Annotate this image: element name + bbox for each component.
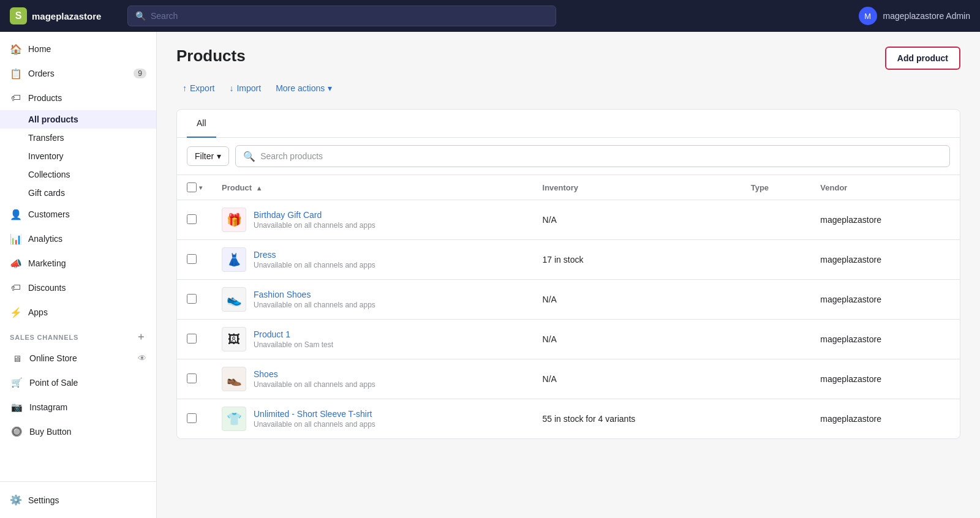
- table-row: 🎁 Birthday Gift Card Unavailable on all …: [177, 200, 960, 240]
- import-button[interactable]: ↓ Import: [223, 80, 267, 97]
- row-vendor-6: mageplazastore: [810, 399, 960, 439]
- pos-icon: 🛒: [10, 376, 23, 389]
- product-thumb-4: 🖼: [222, 327, 246, 351]
- product-info-4: Product 1 Unavailable on Sam test: [254, 329, 333, 349]
- buy-button-icon: 🔘: [10, 425, 23, 438]
- orders-icon: 📋: [10, 67, 22, 80]
- row-checkbox-6[interactable]: [187, 413, 197, 423]
- products-table-card: All Filter ▾ 🔍: [176, 109, 960, 439]
- eye-icon[interactable]: 👁: [138, 353, 146, 363]
- table-row: 👕 Unlimited - Short Sleeve T-shirt Unava…: [177, 399, 960, 439]
- sidebar-item-marketing[interactable]: 📣 Marketing: [0, 251, 156, 276]
- export-button[interactable]: ↑ Export: [176, 80, 221, 97]
- settings-icon: ⚙️: [10, 494, 22, 506]
- add-sales-channel-button[interactable]: ＋: [136, 331, 146, 343]
- page-actions: Add product: [885, 47, 960, 70]
- sidebar-footer: ⚙️ Settings: [0, 481, 156, 518]
- sidebar-item-products[interactable]: 🏷 Products: [0, 86, 156, 110]
- product-thumb-3: 👟: [222, 287, 246, 312]
- sales-channel-online-store[interactable]: 🖥 Online Store 👁: [0, 346, 156, 370]
- row-checkbox-1[interactable]: [187, 214, 197, 224]
- table-row: 👞 Shoes Unavailable on all channels and …: [177, 359, 960, 399]
- discounts-icon: 🏷: [10, 282, 22, 294]
- select-all-checkbox[interactable]: [187, 182, 197, 192]
- sidebar-subitem-transfers[interactable]: Transfers: [0, 129, 156, 147]
- sidebar-subitem-gift-cards[interactable]: Gift cards: [0, 184, 156, 202]
- search-input[interactable]: [151, 11, 548, 21]
- product-name-5[interactable]: Shoes: [254, 369, 375, 379]
- row-type-5: [741, 359, 811, 399]
- filter-row: Filter ▾ 🔍: [177, 138, 960, 175]
- shopify-logo: S: [10, 7, 27, 24]
- product-name-6[interactable]: Unlimited - Short Sleeve T-shirt: [254, 409, 375, 419]
- row-product-cell-3: 👟 Fashion Shoes Unavailable on all chann…: [212, 280, 533, 320]
- row-product-cell-5: 👞 Shoes Unavailable on all channels and …: [212, 359, 533, 399]
- sales-channels-section: SALES CHANNELS ＋: [0, 325, 156, 346]
- row-checkbox-cell: [177, 200, 212, 240]
- row-checkbox-5[interactable]: [187, 373, 197, 383]
- avatar[interactable]: M: [859, 7, 877, 25]
- orders-badge: 9: [134, 69, 146, 78]
- row-product-cell-1: 🎁 Birthday Gift Card Unavailable on all …: [212, 200, 533, 240]
- product-sub-3: Unavailable on all channels and apps: [254, 301, 375, 309]
- product-name-3[interactable]: Fashion Shoes: [254, 290, 375, 299]
- row-checkbox-4[interactable]: [187, 334, 197, 343]
- row-vendor-5: mageplazastore: [810, 359, 960, 399]
- chevron-down-icon: ▾: [328, 83, 332, 93]
- sidebar-subitem-collections[interactable]: Collections: [0, 165, 156, 184]
- product-sub-1: Unavailable on all channels and apps: [254, 221, 375, 230]
- row-checkbox-2[interactable]: [187, 254, 197, 264]
- sidebar-subitem-all-products[interactable]: All products: [0, 110, 156, 129]
- instagram-icon: 📷: [10, 400, 23, 414]
- checkbox-dropdown-arrow[interactable]: ▾: [199, 184, 202, 191]
- search-icon: 🔍: [135, 11, 146, 21]
- topbar: S mageplazastore 🔍 M mageplazastore Admi…: [0, 0, 980, 32]
- sidebar-item-apps[interactable]: ⚡ Apps: [0, 300, 156, 325]
- brand[interactable]: S mageplazastore: [10, 7, 120, 24]
- toolbar: ↑ Export ↓ Import More actions ▾: [176, 80, 960, 97]
- product-info-2: Dress Unavailable on all channels and ap…: [254, 250, 375, 269]
- row-checkbox-cell: [177, 240, 212, 280]
- th-product[interactable]: Product ▲: [212, 175, 533, 200]
- tab-all[interactable]: All: [187, 110, 216, 138]
- sidebar-item-customers[interactable]: 👤 Customers: [0, 202, 156, 227]
- row-product-cell-4: 🖼 Product 1 Unavailable on Sam test: [212, 320, 533, 359]
- row-inventory-4: N/A: [533, 320, 741, 359]
- search-products-input[interactable]: [260, 151, 942, 161]
- sales-channel-buy-button[interactable]: 🔘 Buy Button: [0, 419, 156, 444]
- filter-button[interactable]: Filter ▾: [187, 146, 229, 166]
- product-thumb-1: 🎁: [222, 208, 246, 232]
- analytics-icon: 📊: [10, 233, 22, 245]
- row-vendor-2: mageplazastore: [810, 240, 960, 280]
- row-inventory-5: N/A: [533, 359, 741, 399]
- page-title: Products: [176, 47, 246, 66]
- user-name: mageplazastore Admin: [883, 11, 970, 21]
- row-type-3: [741, 280, 811, 320]
- add-product-button[interactable]: Add product: [885, 47, 960, 70]
- row-product-cell-2: 👗 Dress Unavailable on all channels and …: [212, 240, 533, 280]
- more-actions-button[interactable]: More actions ▾: [270, 80, 338, 97]
- sidebar-item-home[interactable]: 🏠 Home: [0, 37, 156, 61]
- sidebar-item-analytics[interactable]: 📊 Analytics: [0, 227, 156, 251]
- table-head: ▾ Product ▲ Inventory Type Vendor: [177, 175, 960, 200]
- sidebar-item-discounts[interactable]: 🏷 Discounts: [0, 276, 156, 300]
- sidebar-subitem-inventory[interactable]: Inventory: [0, 147, 156, 165]
- product-name-2[interactable]: Dress: [254, 250, 375, 260]
- product-sub-2: Unavailable on all channels and apps: [254, 261, 375, 269]
- product-info-5: Shoes Unavailable on all channels and ap…: [254, 369, 375, 389]
- sales-channel-pos[interactable]: 🛒 Point of Sale: [0, 370, 156, 395]
- search-bar[interactable]: 🔍: [127, 6, 556, 26]
- row-inventory-1: N/A: [533, 200, 741, 240]
- product-name-1[interactable]: Birthday Gift Card: [254, 210, 375, 220]
- product-info-3: Fashion Shoes Unavailable on all channel…: [254, 290, 375, 309]
- sidebar-item-settings[interactable]: ⚙️ Settings: [0, 487, 156, 513]
- product-name-4[interactable]: Product 1: [254, 329, 333, 339]
- apps-icon: ⚡: [10, 306, 22, 318]
- search-products-bar[interactable]: 🔍: [235, 145, 950, 167]
- row-vendor-3: mageplazastore: [810, 280, 960, 320]
- sales-channel-instagram[interactable]: 📷 Instagram: [0, 395, 156, 419]
- import-icon: ↓: [229, 83, 233, 93]
- row-checkbox-cell: [177, 320, 212, 359]
- sidebar-item-orders[interactable]: 📋 Orders 9: [0, 61, 156, 86]
- row-checkbox-3[interactable]: [187, 294, 197, 304]
